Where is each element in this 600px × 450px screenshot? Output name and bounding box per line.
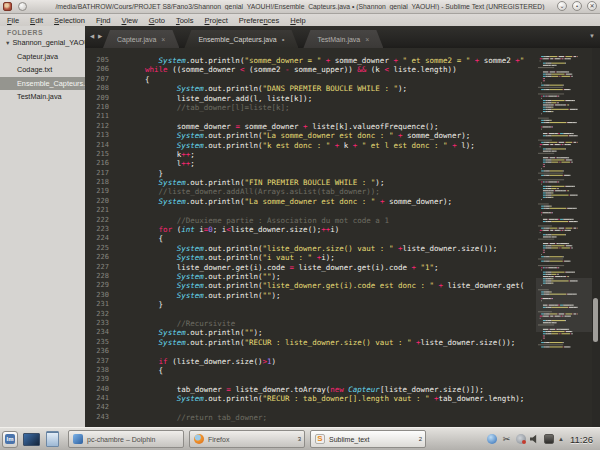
clipboard-scissors-icon[interactable]: ✂ [501,434,512,445]
sidebar-item-ensemble-capteurs-java[interactable]: Ensemble_Capteurs.java [0,77,85,91]
clock[interactable]: 11:26 [570,434,593,445]
menu-item-preferences[interactable]: Preferences [239,16,279,25]
network-icon[interactable] [516,434,526,444]
line-number: 237 [85,357,109,366]
code-line[interactable]: 240 tab_downer = liste_downer.toArray(ne… [85,385,600,394]
code-line[interactable]: 221 [85,206,600,215]
tab-scroll-left-icon[interactable]: ◀ [90,33,94,39]
code-area[interactable]: 205 System.out.println("somme_downer = "… [85,48,600,427]
code-line[interactable]: 226 System.out.println("i vaut : " +i); [85,253,600,262]
taskbar-button-pc-chambre-dolphin[interactable]: pc-chambre – Dolphin [68,430,184,448]
code-line[interactable]: 234 System.out.println(""); [85,328,600,337]
code-line[interactable]: 216 l++; [85,159,600,168]
code-line[interactable]: 242 [85,403,600,412]
minimize-icon[interactable]: ⌄ [557,1,567,11]
code-line[interactable]: 237 if (liste_downer.size()>1) [85,357,600,366]
vertical-scrollbar[interactable] [592,48,600,427]
code-line[interactable]: 213 System.out.println("La somme_downer … [85,131,600,140]
close-icon[interactable]: ✕ [587,1,597,11]
sidebar-item-testmain-java[interactable]: TestMain.java [0,90,85,104]
code-line[interactable]: 209 liste_downer.add(l, liste[k]); [85,94,600,103]
code-line[interactable]: 241 System.out.println("RECUR : tab_down… [85,394,600,403]
task-buttons: pc-chambre – DolphinFirefox3SSublime_tex… [68,430,426,448]
code-line[interactable]: 243 //return tab_downer; [85,413,600,422]
tray-info-icon[interactable] [487,434,497,444]
code-line[interactable]: 229 System.out.println("liste_downer.get… [85,281,600,290]
app-icon [3,2,12,11]
firefox-icon [194,434,204,444]
code-line[interactable]: 211 [85,112,600,121]
code-line[interactable]: 210 //tab_downer[l]=liste[k]; [85,103,600,112]
tab-capteur-java[interactable]: Capteur.java× [103,30,179,48]
tray-expand-icon[interactable]: ▲ [558,436,564,442]
device-notifier-icon[interactable] [544,434,554,444]
start-menu-button[interactable]: lm [2,431,18,448]
code-line[interactable]: 230 System.out.println(""); [85,291,600,300]
scrollbar-thumb[interactable] [593,298,598,342]
menu-item-edit[interactable]: Edit [30,16,43,25]
tab-dirty-icon[interactable]: • [282,35,285,44]
menu-item-project[interactable]: Project [204,16,227,25]
mint-logo-icon: lm [5,434,15,444]
minimap[interactable] [536,50,592,358]
code-line[interactable]: 224 { [85,234,600,243]
taskbar-button-sublime-text[interactable]: SSublime_text2 [310,430,426,448]
sidebar-root-folder[interactable]: ▼Shannon_genial_YAOUH! [0,36,85,50]
menu-item-selection[interactable]: Selection [54,16,85,25]
code-line[interactable]: 222 //Deuxieme partie : Association du m… [85,216,600,225]
code-line[interactable]: 232 [85,310,600,319]
code-line[interactable]: 212 somme_downer = somme_downer + liste[… [85,122,600,131]
window-menu-button[interactable] [18,2,27,11]
tab-close-icon[interactable]: × [161,36,165,43]
code-line[interactable]: 236 [85,347,600,356]
code-line[interactable]: 207 { [85,75,600,84]
tab-close-icon[interactable]: × [365,36,369,43]
code-line[interactable]: 205 System.out.println("somme_downer = "… [85,56,600,65]
code-line[interactable]: 239 [85,375,600,384]
code-line[interactable]: 223 for (int i=0; i<liste_downer.size();… [85,225,600,234]
menu-item-view[interactable]: View [122,16,138,25]
code-line[interactable]: 218 System.out.println("FIN PREMIER BOUC… [85,178,600,187]
show-desktop-icon[interactable] [23,433,40,446]
file-manager-icon[interactable] [46,431,59,447]
taskbar-button-label: Firefox [208,436,229,443]
line-number: 243 [85,413,109,422]
taskbar-button-firefox[interactable]: Firefox3 [189,430,305,448]
tab-bar: ◀ ▶ Capteur.java×Ensemble_Capteurs.java•… [85,26,600,48]
code-line[interactable]: 220 System.out.println("La somme_downer … [85,197,600,206]
sidebar-item-capteur-java[interactable]: Capteur.java [0,50,85,64]
line-number: 223 [85,225,109,234]
line-number: 232 [85,310,109,319]
code-text: liste_downer.add(l, liste[k]); [109,94,312,103]
code-line[interactable]: 231 } [85,300,600,309]
code-line[interactable]: 217 } [85,169,600,178]
tab-testmain-java[interactable]: TestMain.java× [303,30,383,48]
code-line[interactable]: 238 { [85,366,600,375]
sidebar-item-codage-txt[interactable]: Codage.txt [0,63,85,77]
line-number: 230 [85,291,109,300]
code-line[interactable]: 228 System.out.println(""); [85,272,600,281]
menu-item-tools[interactable]: Tools [176,16,194,25]
line-number: 242 [85,403,109,412]
menu-item-goto[interactable]: Goto [149,16,165,25]
code-line[interactable]: 227 liste_downer.get(i).code = liste_dow… [85,263,600,272]
code-line[interactable]: 215 k++; [85,150,600,159]
tab-overflow-icon[interactable]: ▼ [589,33,595,39]
code-line[interactable]: 214 System.out.println("k est donc : " +… [85,141,600,150]
code-line[interactable]: 219 //liste_downer.addAll(Arrays.asList(… [85,187,600,196]
sublime-icon: S [315,434,325,444]
menu-item-help[interactable]: Help [290,16,305,25]
tabs: Capteur.java×Ensemble_Capteurs.java•Test… [103,30,383,48]
code-text: //tab_downer[l]=liste[k]; [109,103,290,112]
code-line[interactable]: 208 System.out.println("DANS PREMIER BOU… [85,84,600,93]
tab-scroll-right-icon[interactable]: ▶ [98,33,102,39]
tab-ensemble-capteurs-java[interactable]: Ensemble_Capteurs.java• [184,30,298,48]
menu-item-file[interactable]: File [7,16,19,25]
menu-item-find[interactable]: Find [96,16,111,25]
code-line[interactable]: 233 //Recursivite [85,319,600,328]
code-line[interactable]: 206 while ((somme_downer < (somme2 - som… [85,65,600,74]
volume-icon[interactable] [530,434,540,444]
maximize-icon[interactable]: • [572,1,582,11]
code-line[interactable]: 235 System.out.println("RECUR : liste_do… [85,338,600,347]
code-line[interactable]: 225 System.out.println("liste_downer.siz… [85,244,600,253]
